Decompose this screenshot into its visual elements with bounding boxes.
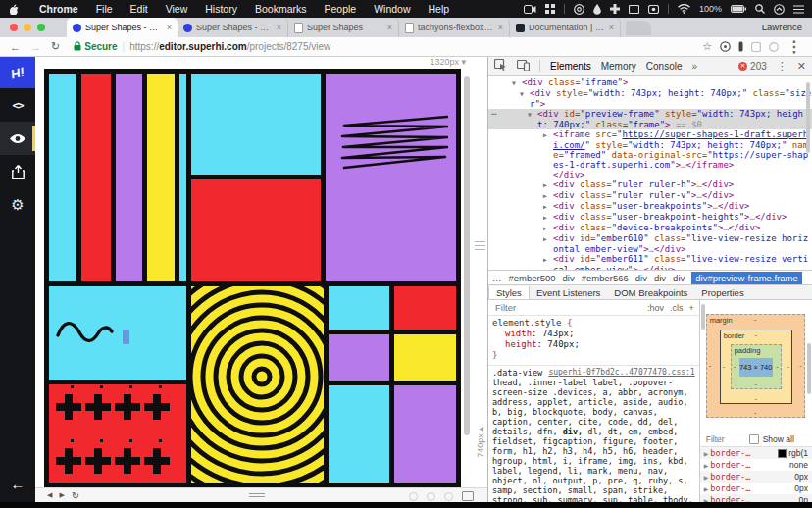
collapse-arrow-icon[interactable]: ▼ [512, 78, 522, 88]
more-tabs-button[interactable]: » [692, 61, 698, 72]
breadcrumb-item[interactable]: #ember566 [582, 273, 629, 283]
node-overflow-dots[interactable]: … [491, 107, 497, 117]
browser-tab[interactable]: Super Shapes× [288, 18, 399, 37]
box-model-border[interactable]: border -- -- padding - -- 743 × 740 [720, 330, 792, 404]
devtools-close-icon[interactable]: ✕ [797, 60, 806, 73]
styles-filter-input[interactable] [493, 301, 605, 314]
new-rule-button[interactable]: + [688, 303, 693, 313]
tab-close-button[interactable]: × [609, 23, 614, 32]
dom-tree-node[interactable]: ▶<div class="ruler ruler-v">…</div> [488, 190, 812, 201]
menu-bookmarks[interactable]: Bookmarks [246, 3, 316, 15]
extension-dim-icon[interactable] [769, 38, 779, 56]
menu-app-name[interactable]: Chrome [30, 3, 87, 15]
preview-view-button[interactable] [0, 122, 35, 155]
breadcrumb-item[interactable]: div [635, 273, 647, 283]
dom-tree-node[interactable]: ▶<div id="ember611" class="live-view-res… [488, 254, 812, 270]
wifi-icon[interactable] [678, 4, 690, 14]
forward-button[interactable]: → [30, 41, 41, 53]
box-model-content[interactable]: 743 × 740 [739, 358, 773, 377]
camera-icon[interactable] [648, 5, 659, 14]
tab-styles[interactable]: Styles [488, 286, 530, 299]
tab-close-button[interactable]: × [277, 23, 281, 32]
box-model-margin[interactable]: margin -- -- border -- -- padding - -- 7… [706, 314, 805, 418]
computed-filter-input[interactable] [704, 433, 745, 445]
class-toggle[interactable]: .cls [670, 303, 684, 313]
menu-edit[interactable]: Edit [122, 3, 157, 15]
browser-tab[interactable]: Super Shapes - SuperHi× [67, 18, 178, 37]
dom-tree-node[interactable]: ▼<div class="iframe"> [488, 77, 812, 88]
menu-window[interactable]: Window [365, 3, 419, 15]
computed-property-row[interactable]: ▶border-…none [700, 459, 812, 471]
share-button[interactable] [0, 155, 35, 188]
devtools-tab-elements[interactable]: Elements [550, 61, 591, 72]
tab-event-listeners[interactable]: Event Listeners [530, 286, 607, 299]
extension-dim-icon[interactable] [751, 38, 761, 56]
breadcrumb-item[interactable]: … [492, 273, 502, 283]
omnibox[interactable]: Secure | https://editor.superhi.com/proj… [74, 41, 702, 53]
collapse-arrow-icon[interactable]: ▼ [528, 110, 537, 120]
viewport-width-label[interactable]: 1320px ▾ [430, 57, 466, 67]
dom-tree-node[interactable]: ▼<div style="width: 743px; height: 740px… [488, 88, 812, 109]
back-button[interactable]: ← [10, 41, 21, 53]
expand-arrow-icon[interactable]: ▶ [543, 255, 553, 265]
siri-icon[interactable] [774, 4, 785, 15]
expand-arrow-icon[interactable]: ▶ [543, 234, 553, 244]
expand-arrow-icon[interactable]: ▶ [543, 213, 553, 223]
error-count-badge[interactable]: ✕ 203 [738, 61, 767, 72]
stylesheet-rule[interactable]: superhi-0f7bd2c..47077470.css:1.data-vie… [488, 365, 699, 502]
styles-scrollbar[interactable] [701, 304, 705, 330]
dom-tree-node[interactable]: ▶<div class="user-breakpoints">…</div> [488, 201, 812, 212]
devtools-tab-console[interactable]: Console [646, 61, 683, 72]
computed-property-row[interactable]: ▶border-…0px [700, 483, 812, 494]
dom-tree-node[interactable]: ▶<div id="ember610" class="live-view-res… [488, 233, 812, 254]
dom-tree-node[interactable]: …▼<div id="preview-frame" style="width: … [488, 109, 812, 129]
breakpoint-dot-icon[interactable] [444, 492, 453, 501]
breadcrumb-item[interactable]: div#preview-frame.frame [691, 272, 802, 284]
tab-dom-breakpoints[interactable]: DOM Breakpoints [607, 286, 694, 299]
chrome-menu-icon[interactable]: ⋮ [787, 37, 802, 56]
breadcrumb-item[interactable]: #ember500 [509, 273, 556, 283]
expand-arrow-icon[interactable]: ▶ [704, 485, 709, 492]
browser-tab[interactable]: Documentation | anime.js× [510, 18, 621, 37]
zoom-window-button[interactable] [37, 24, 45, 31]
computed-property-row[interactable]: ▶border-…0px [700, 471, 812, 483]
close-window-button[interactable] [10, 24, 18, 31]
browser-tab[interactable]: Super Shapes - SuperHi× [178, 18, 288, 37]
extension-circle-icon[interactable] [720, 38, 731, 56]
superhi-logo[interactable]: H! [0, 57, 35, 88]
collapse-arrow-icon[interactable]: ▼ [520, 89, 530, 99]
devtools-menu-icon[interactable]: ⋮ [777, 60, 787, 73]
show-all-checkbox[interactable] [749, 434, 759, 444]
devtools-tab-memory[interactable]: Memory [601, 61, 636, 72]
browser-tab[interactable]: tachyons-flexbox / Layout / D× [399, 18, 510, 37]
expand-arrow-icon[interactable]: ▶ [704, 450, 709, 457]
preview-reload-button[interactable]: ↻ [72, 490, 79, 501]
breadcrumb-item[interactable]: div [654, 273, 666, 283]
new-tab-button[interactable] [626, 21, 651, 35]
extension-plus-icon[interactable] [610, 4, 620, 14]
minimize-window-button[interactable] [24, 24, 31, 31]
breakpoint-dot-icon[interactable] [427, 492, 435, 501]
spotlight-search-icon[interactable] [755, 4, 765, 14]
profile-name[interactable]: Lawrence [762, 22, 802, 32]
stylesheet-link[interactable]: superhi-0f7bd2c..47077470.css:1 [548, 368, 694, 378]
menu-people[interactable]: People [315, 3, 365, 15]
height-resize-handle[interactable] [249, 493, 265, 498]
extension-bar-icon[interactable] [738, 38, 743, 56]
element-style-rule[interactable]: element.style { width: 743px; height: 74… [488, 316, 699, 363]
panel-resize-handle[interactable] [475, 241, 485, 253]
box-model-diagram[interactable]: margin -- -- border -- -- padding - -- 7… [700, 300, 812, 432]
desktop-size-icon[interactable] [462, 491, 474, 501]
box-model-padding[interactable]: padding - -- 743 × 740 [731, 344, 782, 389]
window-icon[interactable] [629, 5, 639, 14]
tab-close-button[interactable]: × [387, 23, 392, 32]
breakpoint-dot-icon[interactable] [409, 492, 418, 501]
expand-arrow-icon[interactable]: ▶ [543, 180, 553, 190]
device-toolbar-icon[interactable] [517, 60, 530, 73]
drop-icon[interactable] [593, 4, 601, 15]
dom-tree-scrollbar[interactable] [806, 82, 810, 153]
canvas-vertical-scrollbar[interactable] [464, 76, 470, 435]
apple-menu-icon[interactable] [10, 4, 19, 15]
dom-tree-node[interactable]: </div> [488, 170, 812, 179]
expand-arrow-icon[interactable]: ▶ [543, 130, 553, 140]
